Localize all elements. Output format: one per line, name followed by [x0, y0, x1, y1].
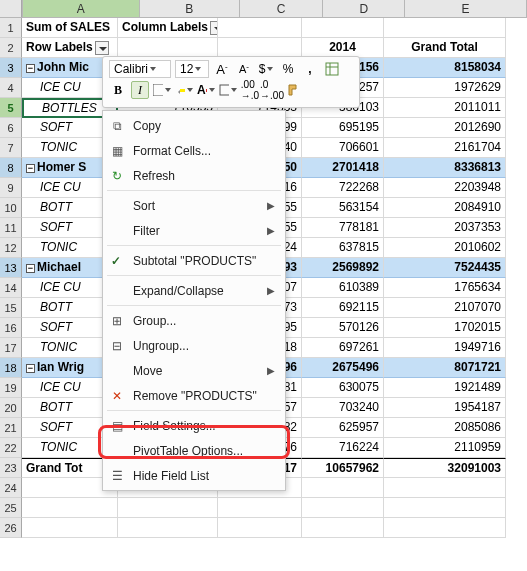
row-header[interactable]: 21 [0, 418, 22, 438]
row-header[interactable]: 8 [0, 158, 22, 178]
italic-icon[interactable]: I [131, 81, 149, 99]
column-labels[interactable]: Column Labels [118, 18, 218, 38]
col-header-c[interactable]: C [240, 0, 324, 17]
table-format-icon[interactable] [323, 60, 341, 78]
cell[interactable]: 2110959 [384, 438, 506, 458]
increase-decimal-icon[interactable]: .0→.00 [263, 81, 281, 99]
col-header-e[interactable]: E [405, 0, 527, 17]
row-header[interactable]: 4 [0, 78, 22, 98]
row-header[interactable]: 6 [0, 118, 22, 138]
row-header[interactable]: 5 [0, 98, 22, 118]
cell[interactable]: 32091003 [384, 458, 506, 478]
cell[interactable]: 2203948 [384, 178, 506, 198]
pivot-value-field[interactable]: Sum of SALES [22, 18, 118, 38]
menu-subtotal[interactable]: Subtotal "PRODUCTS" [103, 248, 285, 273]
row-header[interactable]: 9 [0, 178, 22, 198]
row-header[interactable]: 12 [0, 238, 22, 258]
border-style-icon[interactable] [219, 81, 237, 99]
comma-format-icon[interactable]: , [301, 60, 319, 78]
menu-hide-field-list[interactable]: ☰Hide Field List [103, 463, 285, 488]
cell[interactable]: 2085086 [384, 418, 506, 438]
cell[interactable]: 2037353 [384, 218, 506, 238]
row-header[interactable]: 10 [0, 198, 22, 218]
menu-ungroup[interactable]: ⊟Ungroup... [103, 333, 285, 358]
cell[interactable]: 8071721 [384, 358, 506, 378]
cell[interactable]: 7524435 [384, 258, 506, 278]
decrease-decimal-icon[interactable]: .00→.0 [241, 81, 259, 99]
cell[interactable]: 1954187 [384, 398, 506, 418]
row-header[interactable]: 26 [0, 518, 22, 538]
fill-color-icon[interactable] [175, 81, 193, 99]
cell[interactable]: 1921489 [384, 378, 506, 398]
cell[interactable]: 706601 [302, 138, 384, 158]
row-header[interactable]: 24 [0, 478, 22, 498]
row-header[interactable]: 1 [0, 18, 22, 38]
row-labels[interactable]: Row Labels [22, 38, 118, 58]
menu-move[interactable]: Move▶ [103, 358, 285, 383]
menu-copy[interactable]: ⧉Copy [103, 113, 285, 138]
row-header[interactable]: 13 [0, 258, 22, 278]
cell[interactable]: 625957 [302, 418, 384, 438]
row-header[interactable]: 19 [0, 378, 22, 398]
menu-sort[interactable]: Sort▶ [103, 193, 285, 218]
menu-remove[interactable]: ✕Remove "PRODUCTS" [103, 383, 285, 408]
cell[interactable]: 8336813 [384, 158, 506, 178]
font-name-select[interactable]: Calibri [109, 60, 171, 78]
row-header[interactable]: 22 [0, 438, 22, 458]
cell[interactable]: 2161704 [384, 138, 506, 158]
font-size-select[interactable]: 12 [175, 60, 209, 78]
row-header[interactable]: 17 [0, 338, 22, 358]
dropdown-icon[interactable] [95, 41, 109, 55]
menu-pivottable-options[interactable]: PivotTable Options... [103, 438, 285, 463]
cell[interactable]: 610389 [302, 278, 384, 298]
row-header[interactable]: 3 [0, 58, 22, 78]
row-header[interactable]: 18 [0, 358, 22, 378]
cell[interactable]: 2012690 [384, 118, 506, 138]
cell[interactable]: 703240 [302, 398, 384, 418]
cell[interactable]: 692115 [302, 298, 384, 318]
row-header[interactable]: 14 [0, 278, 22, 298]
cell[interactable]: 2010602 [384, 238, 506, 258]
increase-font-icon[interactable]: Aˆ [213, 60, 231, 78]
cell[interactable]: 695195 [302, 118, 384, 138]
cell[interactable]: 1949716 [384, 338, 506, 358]
collapse-icon[interactable]: − [26, 364, 35, 373]
cell[interactable]: 1972629 [384, 78, 506, 98]
accounting-format-icon[interactable]: $ [257, 60, 275, 78]
cell[interactable]: 637815 [302, 238, 384, 258]
cell[interactable]: 2569892 [302, 258, 384, 278]
col-header-a[interactable]: A [22, 0, 140, 17]
cell[interactable]: 778181 [302, 218, 384, 238]
row-header[interactable]: 11 [0, 218, 22, 238]
cell[interactable]: 2675496 [302, 358, 384, 378]
cell[interactable]: 563154 [302, 198, 384, 218]
cell[interactable]: 716224 [302, 438, 384, 458]
row-header[interactable]: 16 [0, 318, 22, 338]
menu-group[interactable]: ⊞Group... [103, 308, 285, 333]
cell[interactable]: 630075 [302, 378, 384, 398]
row-header[interactable]: 25 [0, 498, 22, 518]
font-color-icon[interactable]: A [197, 81, 215, 99]
row-header[interactable]: 7 [0, 138, 22, 158]
format-painter-icon[interactable] [285, 81, 303, 99]
bold-icon[interactable]: B [109, 81, 127, 99]
dropdown-icon[interactable] [210, 21, 218, 35]
col-header-d[interactable]: D [323, 0, 405, 17]
collapse-icon[interactable]: − [26, 64, 35, 73]
cell[interactable]: 2701418 [302, 158, 384, 178]
percent-format-icon[interactable]: % [279, 60, 297, 78]
row-header[interactable]: 2 [0, 38, 22, 58]
cell[interactable]: 2011011 [384, 98, 506, 118]
row-header[interactable]: 20 [0, 398, 22, 418]
menu-filter[interactable]: Filter▶ [103, 218, 285, 243]
collapse-icon[interactable]: − [26, 164, 35, 173]
cell[interactable]: 722268 [302, 178, 384, 198]
cell[interactable]: 570126 [302, 318, 384, 338]
decrease-font-icon[interactable]: Aˇ [235, 60, 253, 78]
row-header[interactable]: 15 [0, 298, 22, 318]
cell[interactable]: 1765634 [384, 278, 506, 298]
cell[interactable]: 2084910 [384, 198, 506, 218]
col-header-b[interactable]: B [140, 0, 240, 17]
cell[interactable]: 1702015 [384, 318, 506, 338]
menu-format-cells[interactable]: ▦Format Cells... [103, 138, 285, 163]
